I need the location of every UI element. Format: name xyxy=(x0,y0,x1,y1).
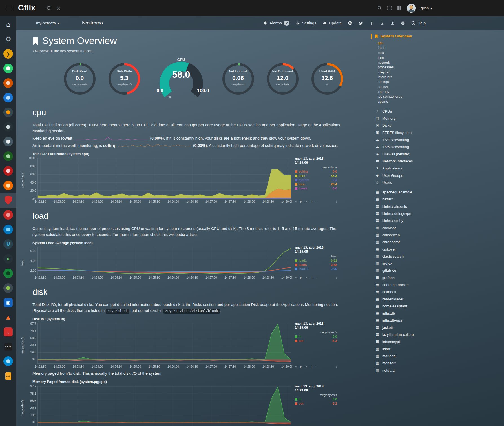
menu-item-cadvisor[interactable]: ▦cadvisor xyxy=(375,224,445,231)
menu-item-diskover[interactable]: ▦diskover xyxy=(375,246,445,253)
sidebar-tab-app-red-1[interactable] xyxy=(0,164,16,178)
gauge-used-ram[interactable]: Used RAM32.8% xyxy=(311,62,344,95)
legend-row-out[interactable]: out-5.3 xyxy=(295,339,337,343)
gauge-net-inbound[interactable]: Net Inbound0.08megabits/s xyxy=(222,62,255,95)
sidebar-tab-app-green[interactable] xyxy=(0,61,16,76)
chart-plot-system.pgpgio[interactable]: 0.019.539.158.678.197.714:22:3014:23:001… xyxy=(24,384,292,426)
fullscreen-icon[interactable] xyxy=(387,6,392,10)
chart-zoom-in-icon[interactable]: + xyxy=(310,200,312,203)
menu-item-binhex-emby[interactable]: ▦binhex-emby xyxy=(375,217,445,224)
chart-pan-backward-icon[interactable]: « xyxy=(295,200,297,203)
menu-section-system-overview[interactable]: System Overview xyxy=(371,34,445,39)
menu-item-calibreweb[interactable]: ▦calibreweb xyxy=(375,231,445,238)
menu-section-ipv6-networking[interactable]: ☁IPv6 Networking xyxy=(375,143,445,150)
sidebar-tab-app-green-u[interactable]: u xyxy=(0,251,16,266)
menu-item-elasticsearch[interactable]: ▦elasticsearch xyxy=(375,253,445,260)
sidebar-tab-app-lazylibrarian[interactable]: LAZY xyxy=(0,339,16,354)
sidebar-tab-app-dark-1[interactable] xyxy=(0,120,16,134)
legend-row-load15[interactable]: load152.06 xyxy=(295,267,337,271)
netdata-action-github[interactable] xyxy=(348,21,352,25)
menu-item-monitorr[interactable]: ▦monitorr xyxy=(375,360,445,367)
chart-play-icon[interactable]: ▶ xyxy=(300,200,302,204)
menu-item-letsencrypt[interactable]: ▦letsencrypt xyxy=(375,338,445,345)
sidebar-tab-app-search[interactable] xyxy=(0,105,16,120)
menu-section-user-groups[interactable]: ☻User Groups xyxy=(375,172,445,179)
netdata-action-facebook[interactable] xyxy=(369,21,374,25)
netdata-action-settings[interactable]: Settings xyxy=(296,21,316,25)
sidebar-tab-app-dark-2[interactable] xyxy=(0,134,16,149)
chart-play-icon[interactable]: ▶ xyxy=(300,365,302,369)
chart-pan-backward-icon[interactable]: « xyxy=(295,365,297,368)
server-dropdown[interactable]: my-netdata ▾ xyxy=(36,21,59,25)
menu-section-network-interfaces[interactable]: ⇄Network Interfaces xyxy=(375,158,445,165)
menu-item-uptime[interactable]: uptime xyxy=(378,99,445,104)
menu-section-cpus[interactable]: ⚡CPUs xyxy=(375,108,445,115)
netdata-action-twitter[interactable] xyxy=(359,21,363,25)
sidebar-tab-app-red-arrow[interactable]: ↓ xyxy=(0,325,16,339)
menu-item-lidarr[interactable]: ▦lidarr xyxy=(375,345,445,353)
netdata-action-alarms[interactable]: Alarms2 xyxy=(263,21,289,26)
netdata-action-upload[interactable] xyxy=(390,21,395,25)
netdata-action-print[interactable] xyxy=(401,21,405,25)
sidebar-tab-home[interactable]: ⌂ xyxy=(0,17,16,32)
chart-play-icon[interactable]: ▶ xyxy=(300,276,302,280)
menu-item-ram[interactable]: ram xyxy=(378,55,445,60)
menu-item-firefox[interactable]: ▦firefox xyxy=(375,260,445,267)
menu-section-firewall-netfilter-[interactable]: ◈Firewall (netfilter) xyxy=(375,151,445,158)
menu-item-network[interactable]: network xyxy=(378,60,445,65)
menu-item-softirqs[interactable]: softirqs xyxy=(378,80,445,84)
chart-resize-handle-icon[interactable]: ↕ xyxy=(335,276,337,279)
refresh-icon[interactable] xyxy=(46,6,51,10)
chart-plot-system.cpu[interactable]: 0.020.040.060.080.0100.014:22:3014:23:00… xyxy=(24,157,292,204)
legend-row-in[interactable]: in0.0 xyxy=(295,334,337,339)
menu-item-influxdb[interactable]: ▦influxdb xyxy=(375,310,445,317)
menu-section-disks[interactable]: ◉Disks xyxy=(375,122,445,129)
sidebar-tab-app-sabnzbd[interactable]: sab xyxy=(0,369,16,383)
chart-pan-backward-icon[interactable]: « xyxy=(295,276,297,279)
sidebar-tab-app-blue-cloud[interactable] xyxy=(0,222,16,237)
menu-item-gitlab-ce[interactable]: ▦gitlab-ce xyxy=(375,267,445,274)
menu-item-influxdb-ups[interactable]: ▦influxdb-ups xyxy=(375,317,445,324)
menu-section-users[interactable]: ☺Users xyxy=(375,179,445,186)
legend-row-iowait[interactable]: iowait0.0 xyxy=(295,186,337,191)
gauge-disk-write[interactable]: Disk Write5.3megabytes/s xyxy=(108,62,141,95)
menu-item-netdata[interactable]: ▦netdata xyxy=(375,367,445,374)
menu-item-apacheguacamole[interactable]: ▦apacheguacamole xyxy=(375,189,445,196)
menu-section-applications[interactable]: ♥Applications xyxy=(375,165,445,172)
menu-item-processes[interactable]: processes xyxy=(378,65,445,70)
user-menu[interactable]: gilbn ▾ xyxy=(421,6,432,10)
menu-item-hiddenloader[interactable]: ▦hiddenloader xyxy=(375,296,445,303)
chart-pan-forward-icon[interactable]: » xyxy=(305,200,307,203)
menu-item-mariadb[interactable]: ▦mariadb xyxy=(375,353,445,360)
sidebar-tab-app-orange-gear[interactable] xyxy=(0,178,16,193)
sidebar-tab-app-pills[interactable] xyxy=(0,281,16,295)
legend-row-nice[interactable]: nice20.4 xyxy=(295,182,337,186)
menu-item-softnet[interactable]: softnet xyxy=(378,85,445,90)
legend-row-load5[interactable]: load52.68 xyxy=(295,263,337,267)
menu-item-load[interactable]: load xyxy=(378,46,445,50)
menu-item-idlejitter[interactable]: idlejitter xyxy=(378,70,445,75)
netdata-action-download[interactable] xyxy=(380,21,384,25)
close-icon[interactable]: × xyxy=(57,5,61,12)
menu-item-binhex-delugevpn[interactable]: ▦binhex-delugevpn xyxy=(375,210,445,217)
sidebar-tab-app-darkgreen[interactable] xyxy=(0,149,16,164)
sidebar-tab-app-red-shield[interactable] xyxy=(0,193,16,208)
legend-row-softirq[interactable]: softirq0.0 xyxy=(295,169,337,174)
sidebar-tab-app-blue-square[interactable]: ▣ xyxy=(0,295,16,310)
menu-section-ipv4-networking[interactable]: ☁IPv4 Networking xyxy=(375,136,445,143)
legend-row-system[interactable]: system2.3 xyxy=(295,178,337,182)
chart-resize-handle-icon[interactable]: ↕ xyxy=(335,365,337,368)
tabs-grid-icon[interactable] xyxy=(397,6,402,10)
gauge-net-outbound[interactable]: Net Outbound12.0megabits/s xyxy=(266,62,299,95)
menu-item-hddtemp-docker[interactable]: ▦hddtemp-docker xyxy=(375,281,445,288)
gauge-disk-read[interactable]: Disk Read0.0megabytes/s xyxy=(63,62,96,95)
menu-item-disk[interactable]: disk xyxy=(378,51,445,55)
menu-item-jackett[interactable]: ▦jackett xyxy=(375,324,445,331)
menu-item-lazylibrarian-calibre[interactable]: ▦lazylibrarian-calibre xyxy=(375,331,445,338)
chart-zoom-out-icon[interactable]: − xyxy=(315,365,317,368)
sidebar-tab-app-red-2[interactable] xyxy=(0,208,16,222)
search-icon[interactable] xyxy=(377,6,382,10)
sidebar-tab-app-orange[interactable]: ❯ xyxy=(0,46,16,61)
menu-section-btrfs-filesystem[interactable]: ▣BTRFS filesystem xyxy=(375,129,445,136)
legend-row-in[interactable]: in0.0 xyxy=(295,397,337,402)
